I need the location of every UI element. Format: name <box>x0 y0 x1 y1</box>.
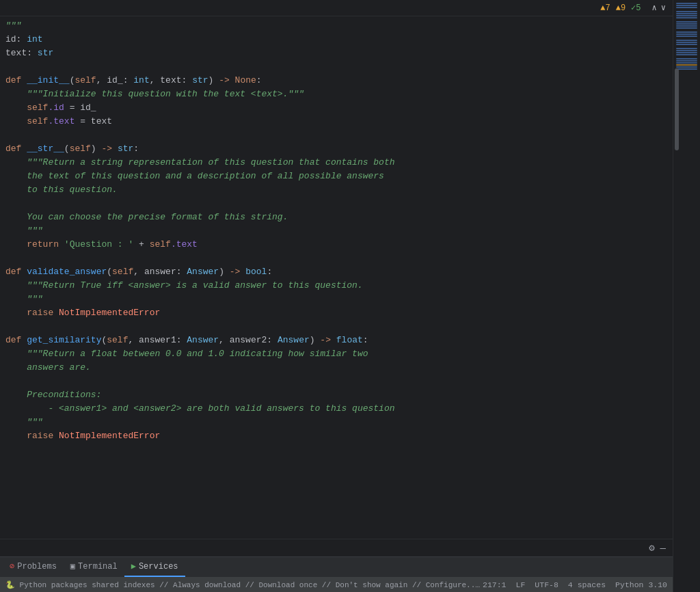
status-bar: 🐍 Python packages shared indexes // Alwa… <box>0 577 673 592</box>
code-line: answers are. <box>0 361 673 375</box>
terminal-icon: ▣ <box>70 561 75 571</box>
code-content[interactable]: """ id: int text: str def __init__(self,… <box>0 16 673 539</box>
code-line: - <answer1> and <answer2> are both valid… <box>0 402 673 416</box>
tab-terminal-label: Terminal <box>78 562 118 571</box>
code-panel: ▲7 ▲9 ✓5 ∧ ∨ """ id: int text: str def _… <box>0 0 673 592</box>
mm-line <box>676 42 697 43</box>
mm-line <box>676 70 697 72</box>
check-count[interactable]: ✓5 <box>631 3 641 13</box>
mm-line <box>676 31 697 33</box>
mm-line <box>676 3 697 4</box>
mm-line <box>676 44 697 45</box>
nav-arrows: ∧ ∨ <box>651 3 667 13</box>
code-line <box>0 252 673 265</box>
encoding[interactable]: UTF-8 <box>535 580 558 589</box>
mm-line <box>676 13 697 14</box>
status-left-text: 🐍 Python packages shared indexes // Alwa… <box>5 580 483 589</box>
code-line: def get_similarity(self, answer1: Answer… <box>0 334 673 347</box>
mm-line <box>676 36 697 37</box>
code-line <box>0 443 673 457</box>
mm-line <box>676 56 697 57</box>
mm-line <box>676 48 697 49</box>
toolbar-top: ▲7 ▲9 ✓5 ∧ ∨ <box>0 0 673 16</box>
mm-line <box>676 52 697 53</box>
mm-line <box>676 50 697 51</box>
code-line: self.id = id_ <box>0 101 673 115</box>
nav-up[interactable]: ∧ <box>651 3 658 13</box>
code-line: """ <box>0 224 673 238</box>
warnings-bar: ▲7 ▲9 ✓5 ∧ ∨ <box>600 3 667 13</box>
mm-line <box>676 5 697 6</box>
bottom-tabs: ⊘ Problems ▣ Terminal ▶ Services <box>0 556 673 577</box>
minimap <box>673 0 700 592</box>
code-line: Preconditions: <box>0 388 673 402</box>
tab-problems-label: Problems <box>17 562 57 571</box>
editor-area: ▲7 ▲9 ✓5 ∧ ∨ """ id: int text: str def _… <box>0 0 700 592</box>
mm-line <box>676 15 697 16</box>
language-mode[interactable]: Python 3.10 <box>615 580 667 589</box>
mm-line <box>676 25 697 27</box>
code-line <box>0 60 673 74</box>
code-line: """ <box>0 19 673 33</box>
code-line: """Initialize this question with the tex… <box>0 88 673 101</box>
mm-line <box>676 9 697 10</box>
code-line: to this question. <box>0 183 673 197</box>
mm-line <box>676 66 697 68</box>
code-line: return 'Question : ' + self.text <box>0 238 673 252</box>
nav-down[interactable]: ∨ <box>660 3 667 13</box>
warning-count[interactable]: ▲7 <box>600 3 610 13</box>
tab-terminal[interactable]: ▣ Terminal <box>64 557 124 577</box>
mm-line <box>676 27 697 29</box>
status-right: 217:1 LF UTF-8 4 spaces Python 3.10 <box>483 580 667 589</box>
mm-line <box>676 29 697 31</box>
mm-line <box>676 64 697 66</box>
code-line: def validate_answer(self, answer: Answer… <box>0 265 673 279</box>
code-line: You can choose the precise format of thi… <box>0 211 673 224</box>
code-line: id: int <box>0 33 673 46</box>
mm-line <box>676 46 697 47</box>
mm-line <box>676 60 697 62</box>
code-line <box>0 197 673 211</box>
mm-line <box>676 11 697 12</box>
mm-line <box>676 7 697 8</box>
code-line <box>0 375 673 388</box>
minimize-icon[interactable]: — <box>659 541 667 555</box>
code-line: def __str__(self) -> str: <box>0 142 673 156</box>
cursor-position[interactable]: 217:1 <box>483 580 507 589</box>
code-line: the text of this question and a descript… <box>0 170 673 183</box>
mm-line <box>676 40 697 41</box>
line-ending[interactable]: LF <box>516 580 526 589</box>
status-message: 🐍 Python packages shared indexes // Alwa… <box>5 580 483 589</box>
mm-line <box>676 17 697 18</box>
code-line: """ <box>0 416 673 429</box>
code-line: """Return a float between 0.0 and 1.0 in… <box>0 347 673 361</box>
tab-problems[interactable]: ⊘ Problems <box>3 557 64 577</box>
code-line: """Return a string representation of thi… <box>0 156 673 170</box>
scrollbar-thumb[interactable] <box>675 68 679 150</box>
code-line: """Return True iff <answer> is a valid a… <box>0 279 673 293</box>
code-line: text: str <box>0 46 673 60</box>
code-line: raise NotImplementedError <box>0 429 673 443</box>
mm-line <box>676 68 697 70</box>
mm-line <box>676 54 697 55</box>
mm-line <box>676 58 697 59</box>
code-line <box>0 320 673 334</box>
tab-services[interactable]: ▶ Services <box>124 557 185 577</box>
indent-setting[interactable]: 4 spaces <box>568 580 606 589</box>
mm-line <box>676 62 697 64</box>
mm-line <box>676 19 697 21</box>
tab-services-label: Services <box>139 562 178 571</box>
code-line <box>0 129 673 142</box>
code-line: raise NotImplementedError <box>0 306 673 320</box>
mm-line <box>676 23 697 25</box>
code-line: def __init__(self, id_: int, text: str) … <box>0 74 673 88</box>
mm-line <box>676 21 697 23</box>
settings-icon[interactable]: ⚙ <box>647 541 656 555</box>
problems-icon: ⊘ <box>10 561 14 571</box>
settings-area: ⚙ — <box>0 539 673 556</box>
mm-line <box>676 33 697 35</box>
mm-line <box>676 38 697 39</box>
code-line: self.text = text <box>0 115 673 129</box>
error-count[interactable]: ▲9 <box>616 3 625 13</box>
services-icon: ▶ <box>131 561 136 571</box>
